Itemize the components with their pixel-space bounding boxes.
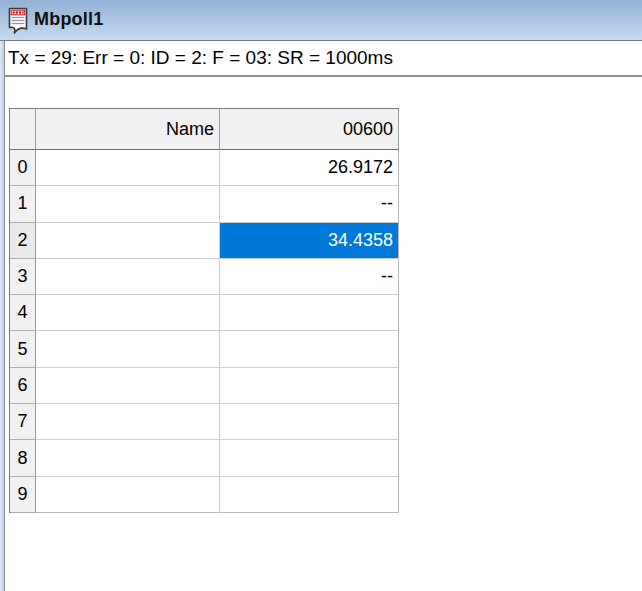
row-header[interactable]: 6	[10, 368, 36, 404]
value-cell[interactable]: --	[220, 259, 399, 295]
modbus-poll-document-icon	[6, 7, 30, 35]
row-header[interactable]: 8	[10, 440, 36, 476]
name-cell[interactable]	[36, 477, 220, 513]
value-cell[interactable]	[220, 368, 399, 404]
grid-row-7: 7	[10, 404, 399, 440]
grid-row-8: 8	[10, 440, 399, 476]
grid-row-3: 3 --	[10, 259, 399, 295]
name-cell[interactable]	[36, 368, 220, 404]
row-header[interactable]: 2	[10, 223, 36, 259]
name-cell[interactable]	[36, 259, 220, 295]
communication-status-text: Tx = 29: Err = 0: ID = 2: F = 03: SR = 1…	[5, 41, 642, 77]
value-cell[interactable]	[220, 295, 399, 331]
value-cell[interactable]	[220, 440, 399, 476]
grid-row-4: 4	[10, 295, 399, 331]
window-left-frame	[0, 41, 5, 591]
name-cell[interactable]	[36, 440, 220, 476]
row-header[interactable]: 3	[10, 259, 36, 295]
register-grid: Name 00600 0 26.9172 1 -- 2 34.4358 3 --…	[9, 108, 399, 513]
grid-header-row: Name 00600	[10, 109, 399, 150]
value-cell[interactable]	[220, 404, 399, 440]
selected-value-cell[interactable]: 34.4358	[220, 223, 399, 259]
grid-row-2: 2 34.4358	[10, 223, 399, 259]
grid-row-6: 6	[10, 368, 399, 404]
name-cell[interactable]	[36, 186, 220, 222]
name-cell[interactable]	[36, 223, 220, 259]
column-header-register[interactable]: 00600	[220, 109, 399, 150]
row-header[interactable]: 7	[10, 404, 36, 440]
value-cell[interactable]: 26.9172	[220, 150, 399, 186]
row-header[interactable]: 4	[10, 295, 36, 331]
column-header-name[interactable]: Name	[36, 109, 220, 150]
window-title: Mbpoll1	[34, 9, 103, 32]
grid-row-0: 0 26.9172	[10, 150, 399, 186]
value-cell[interactable]	[220, 477, 399, 513]
name-cell[interactable]	[36, 150, 220, 186]
grid-row-1: 1 --	[10, 186, 399, 222]
name-cell[interactable]	[36, 404, 220, 440]
row-header[interactable]: 1	[10, 186, 36, 222]
window-titlebar[interactable]: Mbpoll1	[0, 0, 642, 41]
grid-row-5: 5	[10, 331, 399, 367]
row-header[interactable]: 9	[10, 477, 36, 513]
value-cell[interactable]	[220, 331, 399, 367]
grid-corner-cell[interactable]	[10, 109, 36, 150]
value-cell[interactable]: --	[220, 186, 399, 222]
row-header[interactable]: 5	[10, 331, 36, 367]
grid-row-9: 9	[10, 477, 399, 513]
row-header[interactable]: 0	[10, 150, 36, 186]
name-cell[interactable]	[36, 331, 220, 367]
name-cell[interactable]	[36, 295, 220, 331]
